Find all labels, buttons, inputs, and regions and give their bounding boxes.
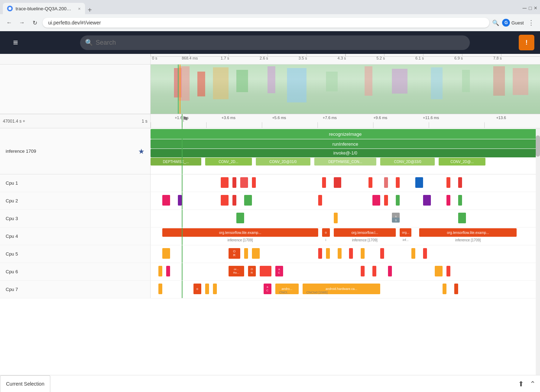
run-inference-bar[interactable]: runInference xyxy=(151,139,540,149)
cpu3-track-row: Cpu 3 s S xyxy=(0,210,540,228)
new-tab-button[interactable]: + xyxy=(85,6,95,14)
invoke-bar[interactable]: invoke@-1/0 xyxy=(151,149,540,157)
inference-track-content[interactable]: recognizeImage runInference invoke@-1/0 … xyxy=(151,128,540,174)
inference-track-row: inference 1709 ★ recognizeImage runInfer… xyxy=(0,128,540,174)
cpu3-label: Cpu 3 xyxy=(6,216,18,221)
tab-bar: trace-blueline-QQ3A.20080... × + ─ □ × xyxy=(0,0,540,14)
current-selection-tab[interactable]: Current Selection xyxy=(0,375,50,392)
chevron-up-button[interactable]: ⌃ xyxy=(528,378,537,390)
cpu3-content[interactable]: s S xyxy=(151,210,540,227)
close-window-button[interactable]: × xyxy=(534,5,537,11)
cpu4-tensorflow-bar-1[interactable]: org.tensorflow.lite.examp... xyxy=(162,228,318,237)
address-bar: ← → ↻ 🔍 G Guest ⋮ xyxy=(0,14,540,31)
cpu2-content[interactable] xyxy=(151,192,540,209)
scrollbar-thumb[interactable] xyxy=(536,135,540,157)
svg-point-0 xyxy=(9,7,11,10)
profile-label: Guest xyxy=(511,20,524,26)
cpu4-content[interactable]: org.tensorflow.lite.examp... inference [… xyxy=(151,228,540,245)
current-selection-label: Current Selection xyxy=(6,381,44,387)
conv2d-bar-1[interactable]: CONV_2D... xyxy=(205,158,252,166)
detail-tick-7: +13.6 xyxy=(496,116,506,120)
detail-tick-5: +9.6 ms xyxy=(373,116,387,120)
right-time-label: 1 s xyxy=(142,119,147,124)
vertical-scrollbar[interactable] xyxy=(536,128,540,375)
conv2d-bar-2[interactable]: CONV_2D@31/0 xyxy=(256,158,310,166)
cpu1-label: Cpu 1 xyxy=(6,180,18,186)
tab-favicon xyxy=(7,6,13,11)
hamburger-button[interactable]: ≡ xyxy=(0,31,31,54)
cpu1-content[interactable] xyxy=(151,174,540,192)
browser-chrome: trace-blueline-QQ3A.20080... × + ─ □ × ←… xyxy=(0,0,540,31)
notification-button[interactable]: ! xyxy=(519,35,534,50)
search-input[interactable] xyxy=(80,35,470,50)
scroll-top-button[interactable]: ⬆ xyxy=(517,378,525,390)
search-icon: 🔍 xyxy=(85,39,93,46)
star-icon[interactable]: ★ xyxy=(138,147,145,156)
left-time-label: 47001.4 s + xyxy=(3,119,25,124)
cpu4-tensorflow-bar-2[interactable]: org.tensorflow.l... xyxy=(334,228,396,237)
zoom-icon: 🔍 xyxy=(492,19,499,26)
cpu5-track-row: Cpu 5 OR xyxy=(0,245,540,263)
browser-menu-button[interactable]: ⋮ xyxy=(527,17,536,28)
tracks-area: inference 1709 ★ recognizeImage runInfer… xyxy=(0,128,540,375)
cpu4-track-row: Cpu 4 org.tensorflow.lite.examp... infer… xyxy=(0,228,540,245)
depthwise-bar-1[interactable]: DEPTHWISE_... xyxy=(151,158,201,166)
minimize-button[interactable]: ─ xyxy=(523,5,527,11)
back-button[interactable]: ← xyxy=(4,18,14,28)
conv2d-bar-3[interactable]: CONV_2D@33/0 xyxy=(380,158,435,166)
cpu4-tensorflow-bar-3[interactable]: org.tensorflow.lite.examp... xyxy=(419,228,517,237)
cpu4-label: Cpu 4 xyxy=(6,234,18,239)
reload-button[interactable]: ↻ xyxy=(30,18,40,28)
maximize-button[interactable]: □ xyxy=(529,5,531,11)
cpu2-label: Cpu 2 xyxy=(6,198,18,203)
active-tab[interactable]: trace-blueline-QQ3A.20080... × xyxy=(3,3,85,14)
cpu7-label: Cpu 7 xyxy=(6,287,18,292)
detail-tick-3: +5.6 ms xyxy=(272,116,286,120)
forward-button[interactable]: → xyxy=(17,18,27,28)
address-right: 🔍 G Guest ⋮ xyxy=(492,17,536,28)
cpu5-label: Cpu 5 xyxy=(6,251,18,257)
recognize-image-bar[interactable]: recognizeImage xyxy=(151,129,540,139)
url-input[interactable] xyxy=(43,18,489,28)
cpu2-track-row: Cpu 2 xyxy=(0,192,540,210)
overview-ruler: 0 s 868.4 ms 1.7 s 2.6 s 3.5 s 4.3 s 5.2… xyxy=(0,54,540,65)
cpu5-content[interactable]: OR xyxy=(151,245,540,263)
depthwise-bar-2[interactable]: DEPTHWISE_CON... xyxy=(314,158,377,166)
detail-tick-2: +3.6 ms xyxy=(221,116,235,120)
detail-tick-6: +11.6 ms xyxy=(423,116,439,120)
cpu4-inference-label-1: inference [1709] xyxy=(162,237,318,243)
profile-area[interactable]: G Guest xyxy=(502,19,524,27)
cpu7-track-row: Cpu 7 o aC andro... android.h xyxy=(0,281,540,298)
tab-title: trace-blueline-QQ3A.20080... xyxy=(16,6,72,11)
tab-close-icon[interactable]: × xyxy=(78,6,81,11)
conv2d-bar-4[interactable]: CONV_2D@... xyxy=(439,158,485,166)
cpu6-label: Cpu 6 xyxy=(6,269,18,274)
detail-tick-4: +7.6 ms xyxy=(323,116,337,120)
cpu7-content[interactable]: o aC andro... android.hardware.ca... Chi… xyxy=(151,281,540,298)
app-toolbar: ≡ 🔍 ! xyxy=(0,31,540,54)
bottom-panel: Current Selection ⬆ ⌃ xyxy=(0,375,540,392)
inference-label: inference 1709 xyxy=(6,149,36,154)
cpu6-content[interactable]: or...Re... OR aC xyxy=(151,263,540,280)
bottom-right-buttons: ⬆ ⌃ xyxy=(517,378,540,390)
cpu1-track-row: Cpu 1 xyxy=(0,174,540,192)
cpu6-track-row: Cpu 6 or...Re... OR aC xyxy=(0,263,540,281)
detail-ruler-row: 47001.4 s + 1 s ⚑ +1.6 ms +3.6 ms +5.6 m… xyxy=(0,114,540,128)
overview-minimap[interactable] xyxy=(0,65,540,114)
